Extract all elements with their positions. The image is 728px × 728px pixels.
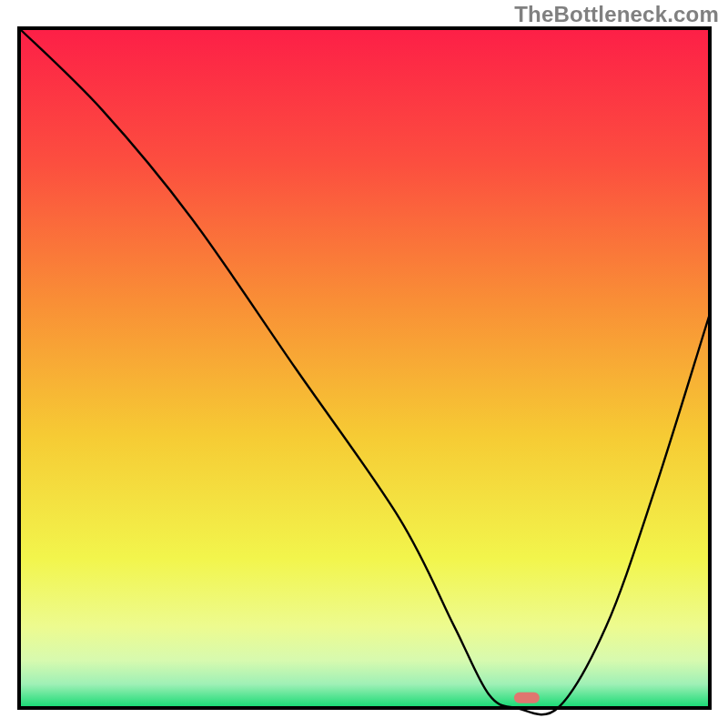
plot-background — [19, 28, 710, 708]
bottleneck-chart — [0, 0, 728, 728]
chart-stage: TheBottleneck.com — [0, 0, 728, 728]
optimum-marker — [514, 693, 540, 703]
